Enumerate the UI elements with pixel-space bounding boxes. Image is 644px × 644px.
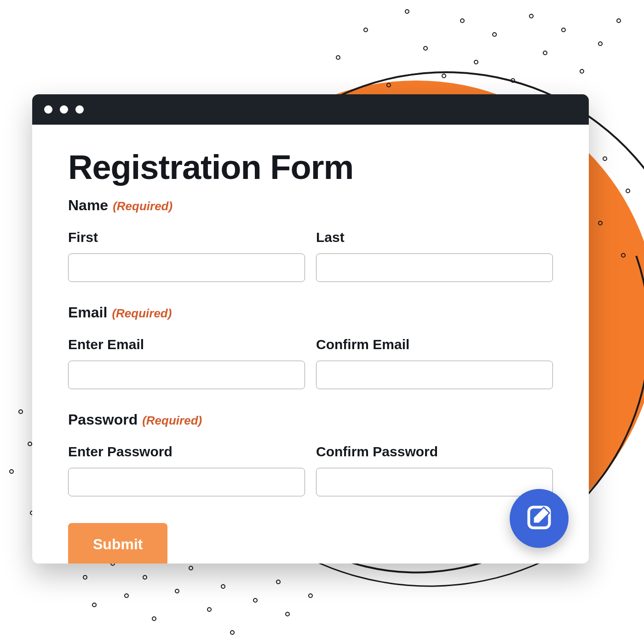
label-enter-email: Enter Email [68,337,305,352]
label-first-name: First [68,230,305,245]
section-name-text: Name [68,197,108,214]
label-enter-password: Enter Password [68,444,305,460]
window-control-minimize-icon[interactable] [60,105,68,114]
edit-fab[interactable] [510,489,569,548]
dot-cluster-right [593,147,644,285]
required-indicator: (Required) [142,414,202,428]
required-indicator: (Required) [112,306,172,321]
enter-email-input[interactable] [68,361,305,389]
confirm-password-input[interactable] [316,468,553,496]
window-control-close-icon[interactable] [44,105,52,114]
edit-icon [525,504,553,533]
submit-button[interactable]: Submit [68,523,167,564]
section-label-password: Password (Required) [68,411,553,428]
label-confirm-email: Confirm Email [316,337,553,352]
section-label-email: Email (Required) [68,304,553,321]
form-title: Registration Form [68,148,553,187]
section-email-text: Email [68,304,107,321]
enter-password-input[interactable] [68,468,305,496]
confirm-email-input[interactable] [316,361,553,389]
label-confirm-password: Confirm Password [316,444,553,460]
last-name-input[interactable] [316,253,553,282]
window-control-maximize-icon[interactable] [75,105,84,114]
section-label-name: Name (Required) [68,197,553,214]
window-titlebar [32,94,589,125]
label-last-name: Last [316,230,553,245]
form-container: Registration Form Name (Required) First … [32,125,589,564]
section-password-text: Password [68,411,138,428]
first-name-input[interactable] [68,253,305,282]
required-indicator: (Required) [113,199,172,213]
browser-window: Registration Form Name (Required) First … [32,94,589,564]
